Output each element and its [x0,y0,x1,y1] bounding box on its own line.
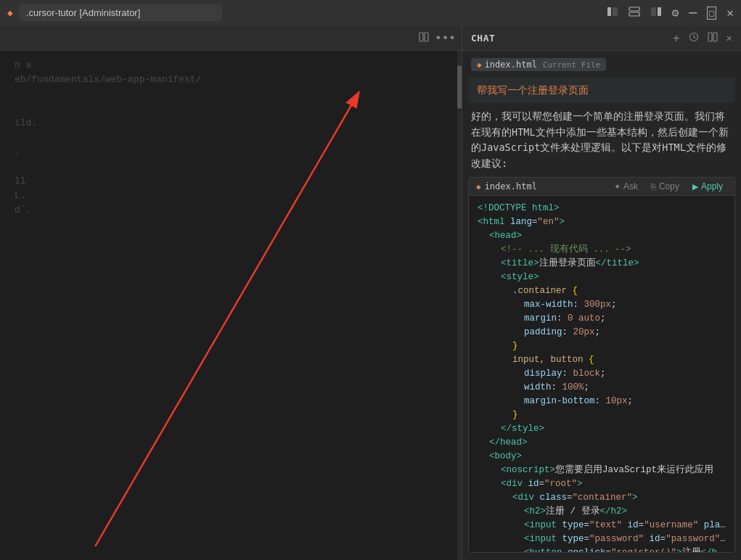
code-line: <head> [478,229,726,243]
code-filename-text: index.html [485,181,537,192]
more-options-icon[interactable]: ••• [435,31,456,45]
code-line: ll [0,174,462,189]
svg-rect-3 [629,12,639,16]
code-line: <input type="text" id="username" pla… [478,519,726,532]
code-line: input, button { [478,353,726,367]
title-bar-left: ◆ [7,4,222,21]
ai-message-text: 好的，我可以帮您创建一个简单的注册登录页面。我们将在现有的HTML文件中添加一些… [471,110,729,169]
apply-icon: ▶ [692,182,698,192]
svg-rect-6 [419,33,423,41]
scrollbar-thumb [457,65,462,109]
svg-rect-1 [613,7,618,16]
chat-body: ◆ index.html Current File 帮我写一个注册登录页面 好的… [462,51,741,560]
code-line: <button onclick="register()">注册</b… [478,546,726,553]
code-line: L. [0,189,462,203]
svg-rect-7 [425,33,428,41]
code-line: <h2>注册 / 登录</h2> [478,505,726,519]
chat-title: CHAT [471,33,495,44]
code-block: ◆ index.html ✦ Ask ⎘ Copy ▶ [468,177,735,553]
code-line [0,102,462,116]
ai-message: 好的，我可以帮您创建一个简单的注册登录页面。我们将在现有的HTML文件中添加一些… [462,109,741,171]
copy-button[interactable]: ⎘ Copy [647,181,684,192]
code-line: } [478,339,726,353]
main-area: ••• n a eb/fundamentals/web-app-manifest… [0,25,741,560]
code-line [0,160,462,174]
user-message-text: 帮我写一个注册登录页面 [477,84,589,96]
apply-button[interactable]: ▶ Apply [688,181,727,192]
editor-content: n a eb/fundamentals/web-app-manifest/ il… [0,51,462,560]
ask-icon: ✦ [614,182,621,192]
code-file-icon: ◆ [476,182,481,192]
sidebar-right-icon[interactable] [650,6,662,20]
code-line [0,87,462,102]
svg-rect-2 [629,7,639,11]
file-icon: ◆ [477,60,482,70]
editor-toolbar: ••• [0,25,462,51]
code-line: <input type="password" id="password"… [478,532,726,546]
user-message: 帮我写一个注册登录页面 [468,77,735,103]
close-button[interactable]: ✕ [726,6,734,20]
ask-button[interactable]: ✦ Ask [610,181,642,192]
chat-header: CHAT + ✕ [462,25,741,51]
close-chat-icon[interactable]: ✕ [726,32,732,44]
file-badge: ◆ index.html Current File [471,58,606,71]
file-badge-label: Current File [543,60,600,70]
code-line: } [478,408,726,422]
title-bar-controls: ⚙ ─ □ ✕ [607,6,734,20]
split-editor-icon[interactable] [419,32,429,44]
code-line: margin-bottom: 10px; [478,395,726,408]
sidebar-left-icon[interactable] [607,6,618,20]
code-line: . [0,145,462,160]
svg-rect-5 [651,7,656,16]
code-block-body: <!DOCTYPE html><html lang="en"><head><!-… [469,196,734,553]
code-line: ild. [0,116,462,131]
title-bar: ◆ ⚙ ─ □ ✕ [0,0,741,25]
copy-icon: ⎘ [651,182,656,191]
editor-scrollbar[interactable] [457,51,462,560]
code-line: d`. [0,203,462,218]
svg-rect-0 [607,7,611,16]
maximize-button[interactable]: □ [707,7,716,20]
code-line: eb/fundamentals/web-app-manifest/ [0,73,462,87]
code-line: <!DOCTYPE html> [478,202,726,215]
code-line: <div id="root"> [478,477,726,491]
svg-rect-4 [658,7,661,16]
settings-icon[interactable]: ⚙ [672,6,679,20]
code-line: width: 100%; [478,381,726,395]
code-line: <div class="container"> [478,491,726,505]
code-line: margin: 0 auto; [478,312,726,326]
code-line: <title>注册登录页面</title> [478,257,726,271]
code-line: padding: 20px; [478,326,726,339]
title-input[interactable] [19,4,222,21]
code-line: n a [0,58,462,73]
code-line: max-width: 300px; [478,298,726,312]
code-line: <!-- ... 现有代码 ... --> [478,243,726,257]
new-chat-icon[interactable]: + [673,31,680,45]
chat-panel: CHAT + ✕ ◆ index.html Current File [462,25,741,560]
code-block-header: ◆ index.html ✦ Ask ⎘ Copy ▶ [469,178,734,196]
app-dot-icon: ◆ [7,7,13,18]
file-badge-name: index.html [485,59,537,70]
code-line: .container { [478,284,726,298]
code-line: <body> [478,450,726,464]
code-line: </style> [478,422,726,436]
chat-layout-icon[interactable] [708,32,718,44]
code-line: <noscript>您需要启用JavaScript来运行此应用 [478,464,726,477]
code-line: </head> [478,436,726,450]
code-block-actions: ✦ Ask ⎘ Copy ▶ Apply [610,181,727,192]
minimize-button[interactable]: ─ [689,7,697,20]
code-line: <html lang="en"> [478,215,726,229]
svg-rect-11 [708,33,712,41]
svg-rect-12 [713,33,717,41]
code-line: display: block; [478,367,726,381]
chat-header-icons: + ✕ [673,31,732,45]
history-icon[interactable] [689,32,699,44]
code-block-filename: ◆ index.html [476,181,537,192]
editor-panel: ••• n a eb/fundamentals/web-app-manifest… [0,25,462,560]
code-line [0,131,462,145]
code-line: <style> [478,271,726,284]
layout-icon[interactable] [629,6,640,20]
